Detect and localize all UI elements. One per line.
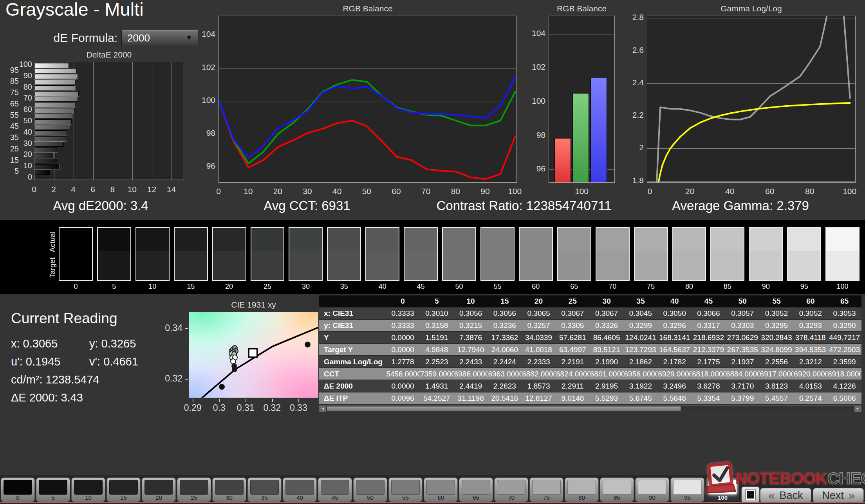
pattern-button-80[interactable]: 80 (565, 477, 599, 502)
table-cell: 0.3067 (590, 307, 624, 319)
table-row: x: CIE310.33330.30100.30560.30560.30650.… (319, 307, 861, 319)
tile-target-swatch (328, 251, 360, 280)
grayscale-tile (404, 227, 438, 281)
pattern-button-40[interactable]: 40 (283, 477, 317, 502)
gamma-plot (647, 16, 856, 183)
grayscale-tile (174, 227, 208, 281)
table-column-header: 30 (590, 295, 624, 307)
pattern-button-20[interactable]: 20 (142, 477, 176, 502)
tile-target-swatch (711, 251, 744, 280)
table-cell: 0.3333 (386, 307, 420, 319)
table-cell: 2.2424 (488, 356, 522, 368)
tile-actual-swatch (596, 228, 629, 251)
tile-value-label: 20 (212, 283, 246, 293)
pattern-button-5[interactable]: 5 (36, 477, 70, 502)
table-cell: 2.2191 (556, 356, 590, 368)
pattern-button-label: 5 (36, 494, 70, 501)
table-cell: 0.3067 (556, 307, 590, 319)
pattern-button-60[interactable]: 60 (424, 477, 458, 502)
cie-x-tick (193, 399, 193, 402)
scrollbar-thumb[interactable] (327, 406, 681, 411)
tile-actual-swatch (405, 228, 437, 251)
grayscale-tile (672, 227, 706, 281)
gridline-horizontal (549, 68, 614, 68)
rgb-balance-bar-title: RGB Balance (549, 4, 615, 13)
tile-actual-swatch (136, 228, 169, 251)
reading-y: y: 0.3265 (89, 337, 136, 350)
tile-target-swatch (213, 251, 246, 280)
pattern-button-label: 25 (177, 494, 211, 501)
avg-de2000-stat: Avg dE2000: 3.4 (0, 198, 218, 213)
pattern-button-95[interactable]: 95 (670, 477, 704, 502)
pattern-button-15[interactable]: 15 (107, 477, 141, 502)
table-cell: 12.7940 (454, 344, 488, 356)
table-cell: 41.0018 (522, 344, 556, 356)
deltae-bar (34, 68, 77, 74)
deltae-bar (34, 170, 50, 175)
tile-actual-swatch (60, 228, 92, 251)
tile-actual-swatch (366, 228, 399, 251)
tile-actual-swatch (673, 228, 706, 251)
deltae-bar (34, 97, 78, 102)
cie-x-tick (272, 399, 273, 402)
deltae-bar (34, 125, 71, 130)
tile-actual-swatch (635, 228, 667, 251)
table-scrollbar[interactable]: ◄► (319, 405, 861, 412)
deltae-y-label: 0 (12, 173, 32, 182)
table-cell: 0.3066 (692, 307, 726, 319)
scroll-left-button[interactable]: ◄ (320, 406, 326, 412)
tile-target-swatch (596, 251, 629, 280)
pattern-swatch (391, 480, 420, 495)
table-cell: 7359.0000 (420, 368, 454, 380)
table-cell: 320.2843 (760, 331, 794, 344)
pattern-button-10[interactable]: 10 (71, 477, 105, 502)
tile-value-label: 35 (327, 283, 361, 293)
tile-value-label: 70 (596, 283, 630, 293)
measurement-table-grid: 05101520253035404550556065x: CIE310.3333… (319, 295, 861, 405)
pattern-swatch (603, 480, 631, 495)
strip-labels: 0510152025303540455055606570758085909510… (59, 283, 860, 293)
table-cell: 2.2623 (488, 380, 522, 392)
pattern-button-25[interactable]: 25 (177, 477, 211, 502)
table-cell: 3.8123 (760, 380, 794, 392)
pattern-button-35[interactable]: 35 (247, 477, 282, 502)
grayscale-tile (787, 227, 821, 281)
pattern-swatch (532, 480, 561, 495)
pattern-button-70[interactable]: 70 (494, 477, 528, 502)
reading-delta-e: ΔE 2000: 3.43 (11, 391, 83, 404)
grayscale-tile (97, 227, 131, 281)
pattern-button-55[interactable]: 55 (388, 477, 423, 502)
y-tick-label: 2.2 (617, 110, 644, 120)
pattern-button-label: 40 (283, 494, 316, 501)
table-cell: 0.3052 (793, 307, 827, 319)
pattern-button-30[interactable]: 30 (212, 477, 246, 502)
table-cell: 5456.0000 (386, 368, 420, 380)
table-cell: 12.8127 (522, 392, 556, 404)
pattern-button-50[interactable]: 50 (353, 477, 387, 502)
pattern-button-45[interactable]: 45 (318, 477, 352, 502)
x-tick-label: 60 (758, 187, 782, 196)
table-cell: 6929.0000 (657, 368, 692, 380)
pattern-button-0[interactable]: 0 (1, 477, 35, 502)
scroll-right-button[interactable]: ► (854, 406, 861, 412)
table-cell: 6.5006 (827, 392, 861, 404)
pattern-button-85[interactable]: 85 (600, 477, 634, 502)
tile-value-label: 100 (825, 283, 860, 293)
cie-x-label: 0.31 (232, 403, 259, 413)
gridline-horizontal (549, 34, 614, 34)
pattern-swatch (321, 480, 349, 495)
y-tick-label: 96 (189, 161, 215, 171)
deltae-bar (34, 136, 67, 141)
table-row-label: Gamma Log/Log (319, 356, 386, 368)
pattern-button-75[interactable]: 75 (529, 477, 563, 502)
blue-balance-line (219, 77, 515, 158)
page-title: Grayscale - Multi (5, 0, 144, 20)
table-column-header: 40 (657, 295, 692, 307)
target-row-label: Target (48, 252, 57, 283)
deltae-bar (34, 80, 76, 85)
de-formula-dropdown[interactable]: 2000 ▼ (121, 30, 198, 46)
pattern-button-90[interactable]: 90 (635, 477, 669, 502)
pattern-button-65[interactable]: 65 (459, 477, 493, 502)
reading-luminance: cd/m²: 1238.5474 (11, 373, 99, 386)
table-cell: 0.3333 (386, 319, 420, 331)
